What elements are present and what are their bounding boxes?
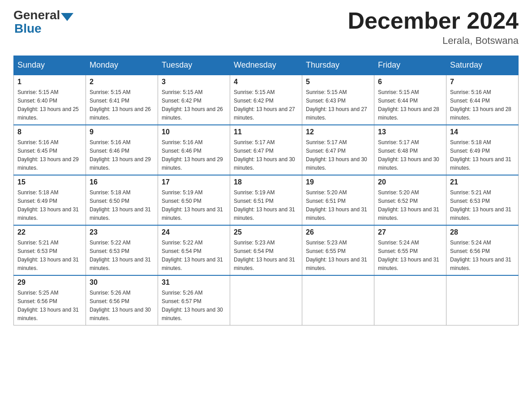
calendar-cell: 15 Sunrise: 5:18 AMSunset: 6:49 PMDaylig…: [14, 175, 86, 225]
day-info: Sunrise: 5:22 AMSunset: 6:53 PMDaylight:…: [90, 240, 151, 271]
day-info: Sunrise: 5:21 AMSunset: 6:53 PMDaylight:…: [17, 240, 79, 271]
column-header-friday: Friday: [374, 56, 446, 75]
logo-triangle-icon: [61, 13, 73, 21]
day-info: Sunrise: 5:26 AMSunset: 6:57 PMDaylight:…: [162, 290, 223, 321]
day-info: Sunrise: 5:19 AMSunset: 6:50 PMDaylight:…: [162, 189, 223, 221]
day-info: Sunrise: 5:15 AMSunset: 6:43 PMDaylight:…: [306, 89, 367, 121]
day-number: 3: [162, 78, 226, 86]
day-info: Sunrise: 5:26 AMSunset: 6:56 PMDaylight:…: [90, 290, 151, 321]
day-info: Sunrise: 5:23 AMSunset: 6:55 PMDaylight:…: [306, 240, 367, 271]
calendar-cell: 25 Sunrise: 5:23 AMSunset: 6:54 PMDaylig…: [230, 225, 302, 275]
day-number: 1: [17, 78, 82, 86]
day-number: 15: [17, 178, 82, 186]
logo: General Blue: [13, 9, 74, 36]
calendar-cell: 12 Sunrise: 5:17 AMSunset: 6:47 PMDaylig…: [302, 125, 374, 175]
day-info: Sunrise: 5:18 AMSunset: 6:50 PMDaylight:…: [90, 189, 151, 221]
day-info: Sunrise: 5:22 AMSunset: 6:54 PMDaylight:…: [162, 240, 223, 271]
day-info: Sunrise: 5:15 AMSunset: 6:44 PMDaylight:…: [378, 89, 439, 121]
day-info: Sunrise: 5:15 AMSunset: 6:42 PMDaylight:…: [162, 89, 223, 121]
calendar-cell: 13 Sunrise: 5:17 AMSunset: 6:48 PMDaylig…: [374, 125, 446, 175]
day-info: Sunrise: 5:17 AMSunset: 6:47 PMDaylight:…: [234, 139, 295, 171]
week-row-5: 29 Sunrise: 5:25 AMSunset: 6:56 PMDaylig…: [14, 275, 519, 325]
day-info: Sunrise: 5:17 AMSunset: 6:47 PMDaylight:…: [306, 139, 367, 171]
calendar-cell: 27 Sunrise: 5:24 AMSunset: 6:55 PMDaylig…: [374, 225, 446, 275]
day-number: 23: [90, 228, 154, 236]
day-number: 24: [162, 228, 226, 236]
month-title: December 2024: [348, 9, 519, 32]
day-number: 9: [90, 128, 154, 136]
calendar-cell: 1 Sunrise: 5:15 AMSunset: 6:40 PMDayligh…: [14, 75, 86, 125]
column-header-thursday: Thursday: [302, 56, 374, 75]
day-number: 4: [234, 78, 298, 86]
calendar-cell: 20 Sunrise: 5:20 AMSunset: 6:52 PMDaylig…: [374, 175, 446, 225]
calendar-cell: 22 Sunrise: 5:21 AMSunset: 6:53 PMDaylig…: [14, 225, 86, 275]
day-number: 5: [306, 78, 370, 86]
calendar-cell: [230, 275, 302, 325]
day-number: 20: [378, 178, 442, 186]
day-number: 31: [162, 278, 226, 287]
calendar-cell: [374, 275, 446, 325]
calendar-cell: 28 Sunrise: 5:24 AMSunset: 6:56 PMDaylig…: [446, 225, 519, 275]
calendar-cell: 23 Sunrise: 5:22 AMSunset: 6:53 PMDaylig…: [86, 225, 158, 275]
calendar-cell: 21 Sunrise: 5:21 AMSunset: 6:53 PMDaylig…: [446, 175, 519, 225]
logo-general-text: General: [13, 9, 60, 21]
calendar-cell: 29 Sunrise: 5:25 AMSunset: 6:56 PMDaylig…: [14, 275, 86, 325]
week-row-3: 15 Sunrise: 5:18 AMSunset: 6:49 PMDaylig…: [14, 175, 519, 225]
day-info: Sunrise: 5:25 AMSunset: 6:56 PMDaylight:…: [17, 290, 79, 321]
day-info: Sunrise: 5:20 AMSunset: 6:51 PMDaylight:…: [306, 189, 367, 221]
calendar-cell: [302, 275, 374, 325]
calendar-cell: 26 Sunrise: 5:23 AMSunset: 6:55 PMDaylig…: [302, 225, 374, 275]
day-number: 30: [90, 278, 154, 287]
calendar-cell: 30 Sunrise: 5:26 AMSunset: 6:56 PMDaylig…: [86, 275, 158, 325]
calendar-cell: 4 Sunrise: 5:15 AMSunset: 6:42 PMDayligh…: [230, 75, 302, 125]
calendar-header-row: SundayMondayTuesdayWednesdayThursdayFrid…: [14, 56, 519, 75]
day-info: Sunrise: 5:16 AMSunset: 6:44 PMDaylight:…: [450, 89, 511, 121]
day-info: Sunrise: 5:15 AMSunset: 6:42 PMDaylight:…: [234, 89, 295, 121]
page-header: General Blue December 2024 Lerala, Botsw…: [13, 9, 519, 47]
calendar-cell: 6 Sunrise: 5:15 AMSunset: 6:44 PMDayligh…: [374, 75, 446, 125]
day-info: Sunrise: 5:24 AMSunset: 6:56 PMDaylight:…: [450, 240, 511, 271]
day-number: 6: [378, 78, 442, 86]
day-number: 28: [450, 228, 515, 236]
calendar-cell: 8 Sunrise: 5:16 AMSunset: 6:45 PMDayligh…: [14, 125, 86, 175]
calendar-cell: 24 Sunrise: 5:22 AMSunset: 6:54 PMDaylig…: [158, 225, 230, 275]
day-number: 13: [378, 128, 442, 136]
day-info: Sunrise: 5:19 AMSunset: 6:51 PMDaylight:…: [234, 189, 295, 221]
calendar-cell: 18 Sunrise: 5:19 AMSunset: 6:51 PMDaylig…: [230, 175, 302, 225]
day-info: Sunrise: 5:16 AMSunset: 6:46 PMDaylight:…: [162, 139, 223, 171]
day-info: Sunrise: 5:16 AMSunset: 6:46 PMDaylight:…: [90, 139, 151, 171]
title-area: December 2024 Lerala, Botswana: [348, 9, 519, 47]
day-number: 19: [306, 178, 370, 186]
calendar-cell: 7 Sunrise: 5:16 AMSunset: 6:44 PMDayligh…: [446, 75, 519, 125]
column-header-wednesday: Wednesday: [230, 56, 302, 75]
location-title: Lerala, Botswana: [348, 35, 519, 47]
logo-blue-text: Blue: [14, 21, 42, 35]
day-number: 26: [306, 228, 370, 236]
day-number: 14: [450, 128, 515, 136]
day-number: 27: [378, 228, 442, 236]
day-number: 29: [17, 278, 82, 287]
day-info: Sunrise: 5:15 AMSunset: 6:41 PMDaylight:…: [90, 89, 151, 121]
day-number: 2: [90, 78, 154, 86]
calendar-cell: 11 Sunrise: 5:17 AMSunset: 6:47 PMDaylig…: [230, 125, 302, 175]
day-number: 16: [90, 178, 154, 186]
calendar-cell: 14 Sunrise: 5:18 AMSunset: 6:49 PMDaylig…: [446, 125, 519, 175]
day-info: Sunrise: 5:24 AMSunset: 6:55 PMDaylight:…: [378, 240, 439, 271]
calendar-cell: 10 Sunrise: 5:16 AMSunset: 6:46 PMDaylig…: [158, 125, 230, 175]
day-number: 11: [234, 128, 298, 136]
day-info: Sunrise: 5:23 AMSunset: 6:54 PMDaylight:…: [234, 240, 295, 271]
day-info: Sunrise: 5:18 AMSunset: 6:49 PMDaylight:…: [17, 189, 79, 221]
day-number: 10: [162, 128, 226, 136]
column-header-sunday: Sunday: [14, 56, 86, 75]
day-number: 25: [234, 228, 298, 236]
column-header-tuesday: Tuesday: [158, 56, 230, 75]
day-info: Sunrise: 5:16 AMSunset: 6:45 PMDaylight:…: [17, 139, 79, 171]
day-number: 8: [17, 128, 82, 136]
day-number: 22: [17, 228, 82, 236]
calendar-cell: 9 Sunrise: 5:16 AMSunset: 6:46 PMDayligh…: [86, 125, 158, 175]
day-number: 12: [306, 128, 370, 136]
day-number: 17: [162, 178, 226, 186]
day-info: Sunrise: 5:17 AMSunset: 6:48 PMDaylight:…: [378, 139, 439, 171]
week-row-4: 22 Sunrise: 5:21 AMSunset: 6:53 PMDaylig…: [14, 225, 519, 275]
day-info: Sunrise: 5:15 AMSunset: 6:40 PMDaylight:…: [17, 89, 79, 121]
